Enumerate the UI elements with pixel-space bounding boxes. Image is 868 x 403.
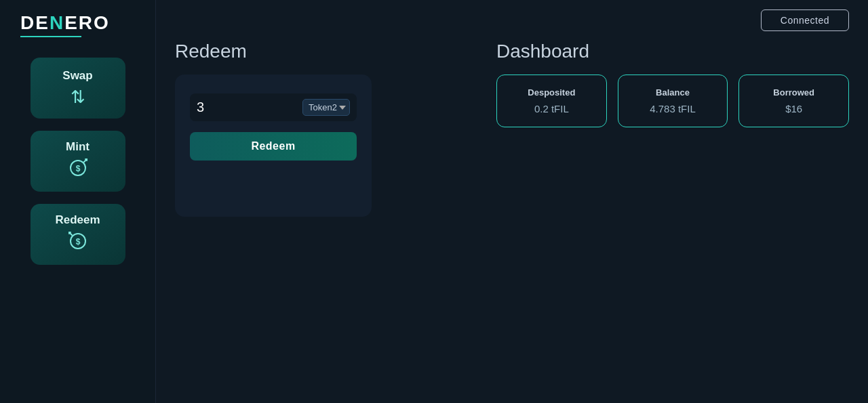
borrowed-label: Borrowed: [773, 87, 814, 98]
redeem-input-row: Token2 Token1 Token3: [190, 93, 357, 121]
sidebar: DENERO Swap ⇅ Mint $ Redeem $: [0, 0, 156, 403]
borrowed-value: $16: [785, 103, 802, 114]
topbar: Connected: [156, 0, 868, 31]
redeem-button[interactable]: Redeem: [190, 132, 357, 161]
sidebar-item-mint[interactable]: Mint $: [31, 131, 125, 192]
logo-underline: [20, 36, 81, 37]
main-content: Connected Redeem Token2 Token1 Token3 Re…: [156, 0, 868, 403]
svg-text:$: $: [75, 237, 80, 247]
mint-label: Mint: [66, 140, 90, 154]
deposited-label: Desposited: [528, 87, 575, 98]
logo-de: DE: [20, 12, 50, 33]
token-select[interactable]: Token2 Token1 Token3: [302, 99, 350, 116]
dashboard-cards: Desposited 0.2 tFIL Balance 4.783 tFIL B…: [496, 75, 849, 127]
sidebar-item-swap[interactable]: Swap ⇅: [31, 58, 125, 119]
dashboard-title: Dashboard: [496, 41, 849, 62]
dashboard-panel: Dashboard Desposited 0.2 tFIL Balance 4.…: [490, 38, 849, 403]
balance-label: Balance: [656, 87, 690, 98]
amount-input[interactable]: [197, 100, 237, 115]
borrowed-card: Borrowed $16: [738, 75, 849, 127]
deposited-card: Desposited 0.2 tFIL: [496, 75, 607, 127]
logo-area: DENERO: [0, 12, 155, 58]
logo-n: N: [50, 12, 64, 33]
redeem-icon: $: [68, 231, 88, 256]
sidebar-item-redeem[interactable]: Redeem $: [31, 204, 125, 265]
svg-text:$: $: [75, 164, 80, 173]
content-area: Redeem Token2 Token1 Token3 Redeem Dashb…: [156, 31, 868, 403]
redeem-panel: Redeem Token2 Token1 Token3 Redeem: [175, 38, 490, 403]
balance-value: 4.783 tFIL: [650, 103, 696, 114]
connected-button[interactable]: Connected: [761, 9, 849, 31]
app-logo: DENERO: [20, 12, 155, 34]
redeem-title: Redeem: [175, 41, 469, 62]
balance-card: Balance 4.783 tFIL: [618, 75, 728, 127]
logo-ero: ERO: [64, 12, 110, 33]
swap-icon: ⇅: [71, 87, 85, 108]
redeem-card: Token2 Token1 Token3 Redeem: [175, 75, 372, 217]
deposited-value: 0.2 tFIL: [534, 103, 569, 114]
swap-label: Swap: [62, 69, 92, 83]
mint-icon: $: [68, 158, 88, 182]
redeem-label: Redeem: [55, 213, 100, 227]
